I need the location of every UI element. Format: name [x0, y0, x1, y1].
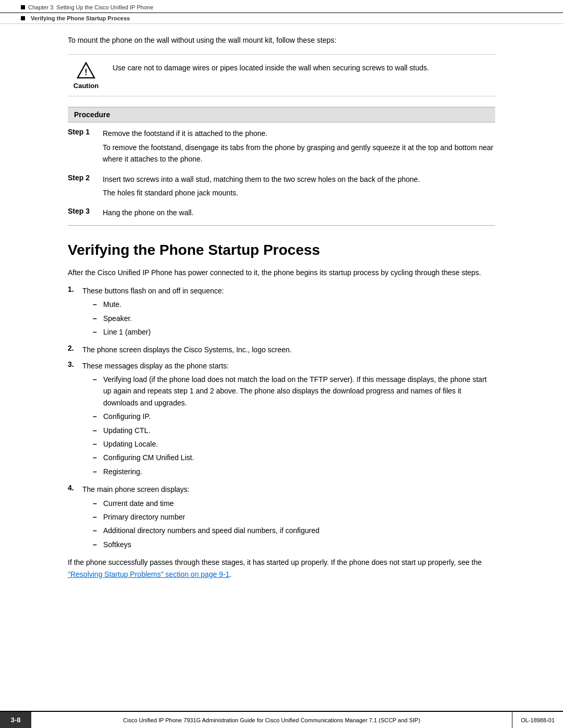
- list-number-1: 1.: [68, 285, 78, 293]
- sub-list-text-1-3: Line 1 (amber): [103, 326, 151, 338]
- intro-text: To mount the phone on the wall without u…: [68, 34, 495, 46]
- procedure-header: Procedure: [68, 107, 495, 122]
- list-item-2: 2. The phone screen displays the Cisco S…: [68, 344, 495, 355]
- list-text-3: These messages display as the phone star…: [82, 362, 229, 370]
- step-1-row: Step 1 Remove the footstand if it is att…: [68, 122, 495, 141]
- page-header: Chapter 3 Setting Up the Cisco Unified I…: [0, 0, 563, 13]
- caution-icon-area: ! Caution: [68, 61, 104, 90]
- sub-list-1: – Mute. – Speaker. – Line 1 (amber): [93, 299, 224, 338]
- step-3-row: Step 3 Hang the phone on the wall.: [68, 202, 495, 220]
- conclusion-after-link: .: [229, 570, 231, 578]
- footer-page-number: 3-8: [0, 712, 31, 728]
- sub-list-text-3-4: Updating Locale.: [103, 438, 158, 450]
- sub-list-item-3-3: – Updating CTL.: [93, 425, 495, 436]
- page-footer: 3-8 Cisco Unified IP Phone 7931G Adminis…: [0, 711, 563, 728]
- list-item-3: 3. These messages display as the phone s…: [68, 360, 495, 480]
- step-2-main: Insert two screws into a wall stud, matc…: [103, 174, 495, 185]
- sub-list-3: – Verifying load (if the phone load does…: [93, 374, 495, 477]
- sub-list-item-3-4: – Updating Locale.: [93, 438, 495, 450]
- caution-text: Use care not to damage wires or pipes lo…: [113, 61, 429, 73]
- sub-list-item-4-4: – Softkeys: [93, 539, 320, 550]
- procedure-label: Procedure: [74, 110, 110, 119]
- sub-list-text-3-1: Verifying load (if the phone load does n…: [103, 374, 495, 409]
- footer-right-text: OL-18988-01: [512, 712, 563, 728]
- step-2-label: Step 2: [68, 174, 96, 182]
- conclusion-para: If the phone successfully passes through…: [68, 557, 495, 580]
- header-chapter-title: Setting Up the Cisco Unified IP Phone: [56, 4, 153, 10]
- sub-list-item-4-3: – Additional directory numbers and speed…: [93, 525, 320, 536]
- sub-list-item-3-1: – Verifying load (if the phone load does…: [93, 374, 495, 409]
- sub-list-text-1-1: Mute.: [103, 299, 121, 310]
- sub-list-item-1-2: – Speaker.: [93, 313, 224, 324]
- step-2-row: Step 2 Insert two screws into a wall stu…: [68, 168, 495, 187]
- sub-list-text-4-2: Primary directory number: [103, 511, 185, 523]
- step-2-sub: The holes fit standard phone jack mounts…: [103, 187, 495, 202]
- sub-list-item-3-6: – Registering.: [93, 466, 495, 477]
- sub-list-4: – Current date and time – Primary direct…: [93, 498, 320, 551]
- sub-list-text-3-6: Registering.: [103, 466, 142, 477]
- sub-list-text-4-3: Additional directory numbers and speed d…: [103, 525, 320, 536]
- step-1-sub: To remove the footstand, disengage its t…: [103, 142, 495, 168]
- caution-triangle-icon: !: [77, 61, 95, 80]
- list-number-3: 3.: [68, 360, 78, 368]
- header-square-icon: [21, 5, 25, 9]
- sub-list-text-4-1: Current date and time: [103, 498, 174, 509]
- sub-list-text-1-2: Speaker.: [103, 313, 132, 324]
- step-1-main: Remove the footstand if it is attached t…: [103, 128, 495, 139]
- sub-list-item-3-5: – Configuring CM Unified List.: [93, 452, 495, 463]
- section-intro: After the Cisco Unified IP Phone has pow…: [68, 267, 495, 278]
- list-number-2: 2.: [68, 344, 78, 352]
- sub-list-item-4-2: – Primary directory number: [93, 511, 320, 523]
- list-item-4: 4. The main phone screen displays: – Cur…: [68, 484, 495, 552]
- sub-list-item-4-1: – Current date and time: [93, 498, 320, 509]
- list-text-1: These buttons flash on and off in sequen…: [82, 287, 224, 295]
- sub-list-item-1-3: – Line 1 (amber): [93, 326, 224, 338]
- conclusion-before-link: If the phone successfully passes through…: [68, 558, 482, 566]
- subheader-square-icon: [21, 16, 25, 20]
- step-1-label: Step 1: [68, 128, 96, 136]
- main-ordered-list: 1. These buttons flash on and off in seq…: [68, 285, 495, 552]
- steps-section: Step 1 Remove the footstand if it is att…: [68, 122, 495, 225]
- page-subheader: Verifying the Phone Startup Process: [0, 13, 563, 24]
- sub-list-text-3-3: Updating CTL.: [103, 425, 150, 436]
- list-text-4: The main phone screen displays:: [82, 485, 189, 493]
- caution-label: Caution: [74, 82, 99, 90]
- sub-list-item-3-2: – Configuring IP.: [93, 411, 495, 422]
- sub-list-item-1-1: – Mute.: [93, 299, 224, 310]
- svg-text:!: !: [84, 67, 87, 77]
- section-title: Verifying the Phone Startup Process: [68, 241, 495, 259]
- step-3-main: Hang the phone on the wall.: [103, 207, 495, 218]
- subheader-breadcrumb: Verifying the Phone Startup Process: [31, 15, 130, 21]
- footer-center-text: Cisco Unified IP Phone 7931G Administrat…: [31, 712, 512, 728]
- list-text-2: The phone screen displays the Cisco Syst…: [82, 344, 292, 355]
- sub-list-text-3-2: Configuring IP.: [103, 411, 151, 422]
- caution-section: ! Caution Use care not to damage wires o…: [68, 54, 495, 96]
- list-number-4: 4.: [68, 484, 78, 492]
- header-left: Chapter 3 Setting Up the Cisco Unified I…: [21, 4, 153, 10]
- sub-list-text-3-5: Configuring CM Unified List.: [103, 452, 194, 463]
- step-3-label: Step 3: [68, 207, 96, 215]
- list-item-1: 1. These buttons flash on and off in seq…: [68, 285, 495, 340]
- header-chapter-label: Chapter 3: [28, 4, 53, 10]
- main-content: To mount the phone on the wall without u…: [0, 24, 563, 597]
- resolving-startup-link[interactable]: "Resolving Startup Problems" section on …: [68, 570, 229, 578]
- sub-list-text-4-4: Softkeys: [103, 539, 131, 550]
